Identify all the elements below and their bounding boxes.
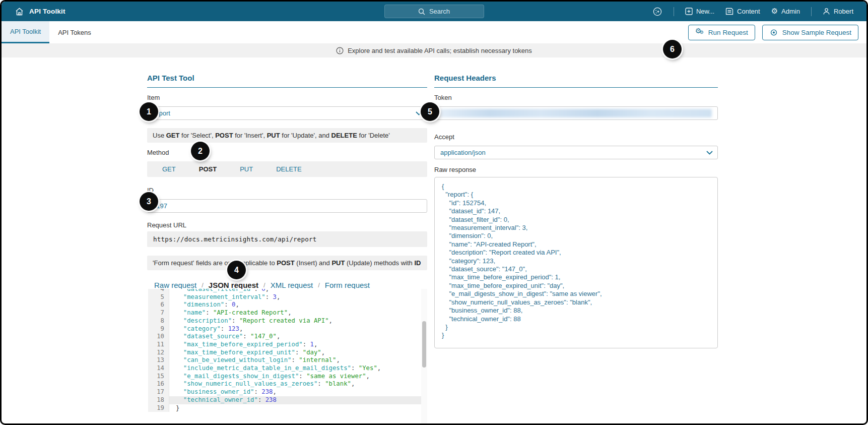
content-menu[interactable]: Content xyxy=(725,8,760,15)
callout-4: 4 xyxy=(227,261,246,279)
tab-separator: / xyxy=(263,281,265,289)
request-tab-raw-request[interactable]: Raw request xyxy=(154,281,196,289)
info-banner-text: Explore and test available API calls; es… xyxy=(348,47,532,54)
editor-line-code: "description": "Report created via API", xyxy=(169,317,427,325)
double-gear-icon: ⚙⚙ xyxy=(695,28,704,36)
json-request-editor[interactable]: 4 "dataset_filter_id": 0,5 "measurement_… xyxy=(148,289,427,425)
app-window: API Toolkit Search xyxy=(0,0,868,425)
editor-line-number: 17 xyxy=(148,388,169,396)
form-request-note: 'Form request' fields are only applicabl… xyxy=(147,256,427,270)
editor-line-code: "dataset_filter_id": 0, xyxy=(169,289,427,293)
navbar-divider xyxy=(674,7,674,16)
editor-line-19[interactable]: 19} xyxy=(148,404,427,412)
new-menu[interactable]: New... xyxy=(685,8,714,15)
request-headers-title: Request Headers xyxy=(434,74,718,88)
tab-api-tokens[interactable]: API Tokens xyxy=(49,21,100,43)
navbar-divider xyxy=(811,7,812,16)
editor-line-7[interactable]: 7 "name": "API-created Report", xyxy=(148,309,427,317)
page-tabbar: API Toolkit API Tokens ⚙⚙ Run Request Sh… xyxy=(2,21,866,43)
editor-line-12[interactable]: 12 "max_time_before_expired_unit": "day"… xyxy=(148,349,427,357)
editor-line-13[interactable]: 13 "can_be_viewed_without_login": "inter… xyxy=(148,356,427,365)
editor-line-16[interactable]: 16 "show_numeric_null_values_as_zeroes":… xyxy=(148,380,427,388)
request-tab-xml-request[interactable]: XML request xyxy=(271,281,313,289)
method-post[interactable]: POST xyxy=(199,165,217,173)
method-put[interactable]: PUT xyxy=(240,165,253,173)
method-delete[interactable]: DELETE xyxy=(276,165,302,173)
run-request-button[interactable]: ⚙⚙ Run Request xyxy=(688,25,755,40)
accept-label: Accept xyxy=(434,133,718,141)
editor-line-code: "business_owner_id": 238, xyxy=(169,388,427,396)
editor-line-code: "dataset_source": "147_0", xyxy=(169,333,427,341)
admin-menu[interactable]: ⚙ Admin xyxy=(771,8,800,15)
home-icon[interactable] xyxy=(15,8,24,16)
tab-api-toolkit[interactable]: API Toolkit xyxy=(2,21,49,43)
user-menu[interactable]: Robert xyxy=(823,8,853,15)
run-request-label: Run Request xyxy=(708,29,748,36)
editor-line-code: } xyxy=(169,404,427,412)
editor-line-code: "include_metric_data_table_in_e_mail_dig… xyxy=(169,365,427,373)
info-icon xyxy=(336,47,344,54)
info-banner: Explore and test available API calls; es… xyxy=(2,43,866,57)
method-tabs: GETPOSTPUTDELETE xyxy=(147,161,427,177)
editor-line-code: "max_time_before_expired_period": 1, xyxy=(169,341,427,349)
item-label: Item xyxy=(147,94,427,101)
token-input[interactable] xyxy=(434,106,718,120)
editor-line-number: 15 xyxy=(148,373,169,381)
new-menu-label: New... xyxy=(696,8,714,15)
api-test-tool-panel: API Test Tool Item report Use GET for 'S… xyxy=(147,57,427,423)
request-tab-form-request[interactable]: Form request xyxy=(325,281,370,289)
editor-line-number: 9 xyxy=(148,325,169,333)
sparkles-icon[interactable] xyxy=(652,7,662,17)
request-type-tabs: Raw request/JSON request/XML request/For… xyxy=(147,281,427,289)
editor-line-code: "technical_owner_id": 238 xyxy=(169,396,427,404)
editor-line-5[interactable]: 5 "measurement_interval": 3, xyxy=(148,293,427,301)
editor-line-17[interactable]: 17 "business_owner_id": 238, xyxy=(148,388,427,396)
editor-line-11[interactable]: 11 "max_time_before_expired_period": 1, xyxy=(148,341,427,349)
callout-2: 2 xyxy=(191,142,210,160)
editor-line-8[interactable]: 8 "description": "Report created via API… xyxy=(148,317,427,325)
admin-menu-label: Admin xyxy=(781,8,800,15)
search-input[interactable]: Search xyxy=(384,5,484,18)
editor-line-10[interactable]: 10 "dataset_source": "147_0", xyxy=(148,333,427,341)
callout-3: 3 xyxy=(140,192,158,211)
show-sample-request-button[interactable]: Show Sample Request xyxy=(762,25,858,40)
editor-line-code: "can_be_viewed_without_login": "internal… xyxy=(169,356,427,365)
raw-response-box[interactable]: { "report": { "id": 152754, "dataset_id"… xyxy=(434,177,718,348)
editor-line-18[interactable]: 18 "technical_owner_id": 238 xyxy=(148,396,427,404)
editor-line-number: 14 xyxy=(148,365,169,373)
tab-separator: / xyxy=(318,281,320,289)
app-title: API Toolkit xyxy=(29,8,65,15)
gear-icon: ⚙ xyxy=(771,8,778,15)
editor-line-4[interactable]: 4 "dataset_filter_id": 0, xyxy=(148,289,427,293)
eye-icon xyxy=(769,29,778,36)
request-headers-panel: Request Headers Token Accept application… xyxy=(434,57,718,423)
editor-line-9[interactable]: 9 "category": 123, xyxy=(148,325,427,333)
editor-line-number: 4 xyxy=(148,289,169,293)
request-tab-json-request[interactable]: JSON request xyxy=(209,281,258,289)
editor-line-15[interactable]: 15 "e_mail_digests_show_in_digest": "sam… xyxy=(148,373,427,381)
user-menu-label: Robert xyxy=(834,8,853,15)
callout-5: 5 xyxy=(421,102,439,121)
editor-line-14[interactable]: 14 "include_metric_data_table_in_e_mail_… xyxy=(148,365,427,373)
editor-line-code: "show_numeric_null_values_as_zeroes": "b… xyxy=(169,380,427,388)
editor-line-number: 19 xyxy=(148,404,169,412)
editor-line-6[interactable]: 6 "dimension": 0, xyxy=(148,301,427,309)
method-label: Method xyxy=(147,149,427,156)
editor-line-number: 6 xyxy=(148,301,169,309)
json-editor-lines: 4 "dataset_filter_id": 0,5 "measurement_… xyxy=(148,289,427,412)
id-input[interactable]: 1197 xyxy=(147,199,427,213)
top-navbar: API Toolkit Search xyxy=(2,2,866,21)
editor-line-number: 18 xyxy=(148,396,169,404)
editor-line-number: 11 xyxy=(148,341,169,349)
accept-select[interactable]: application/json xyxy=(434,146,718,159)
editor-line-number: 5 xyxy=(148,293,169,301)
id-label: ID xyxy=(147,187,427,194)
method-get[interactable]: GET xyxy=(162,165,176,173)
show-sample-request-label: Show Sample Request xyxy=(782,29,851,36)
content-menu-label: Content xyxy=(737,8,760,15)
editor-scrollbar-thumb[interactable] xyxy=(422,321,426,368)
search-placeholder: Search xyxy=(429,8,450,15)
item-select[interactable]: report xyxy=(147,106,427,120)
request-url-value: https://docs.metricinsights.com/api/repo… xyxy=(147,231,427,247)
token-redacted-value xyxy=(440,109,712,117)
